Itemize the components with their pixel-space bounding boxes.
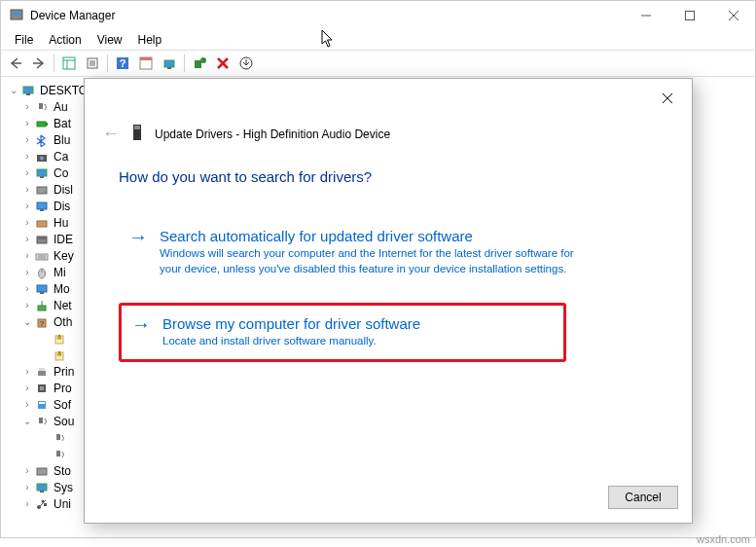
svg-rect-30: [46, 123, 48, 126]
window-title: Device Manager: [30, 9, 624, 22]
tree-item-label: Mo: [54, 282, 70, 296]
svg-rect-34: [40, 176, 44, 178]
svg-rect-64: [39, 402, 45, 404]
sound-icon: [52, 430, 67, 446]
option-search-auto[interactable]: → Search automatically for updated drive…: [119, 218, 644, 286]
svg-rect-67: [56, 451, 60, 456]
dialog-question: How do you want to search for drivers?: [119, 168, 372, 185]
tree-item-label: Ca: [54, 150, 68, 164]
option-title: Browse my computer for driver software: [162, 315, 420, 332]
svg-rect-74: [44, 503, 47, 506]
svg-rect-59: [38, 371, 46, 376]
option-desc: Locate and install driver software manua…: [162, 334, 420, 349]
svg-rect-39: [37, 221, 47, 227]
processor-icon: [34, 381, 50, 396]
svg-rect-66: [56, 434, 60, 440]
svg-rect-62: [40, 386, 44, 390]
svg-text:?: ?: [120, 57, 126, 69]
arrow-right-icon: →: [128, 228, 148, 276]
svg-point-36: [44, 191, 46, 193]
tree-item-label: Key: [54, 249, 74, 263]
option-title: Search automatically for updated driver …: [160, 228, 578, 244]
menu-action[interactable]: Action: [41, 31, 89, 49]
help-button[interactable]: ?: [112, 53, 133, 74]
svg-rect-38: [40, 209, 44, 211]
dialog-back-button[interactable]: ←: [102, 124, 120, 144]
menu-help[interactable]: Help: [130, 31, 170, 49]
menu-file[interactable]: File: [7, 31, 41, 49]
svg-rect-19: [164, 60, 174, 67]
update-drivers-dialog: ← Update Drivers - High Definition Audio…: [84, 78, 693, 524]
tb-icon-2[interactable]: [135, 53, 157, 74]
network-icon: [34, 298, 50, 313]
tree-item-label: Net: [54, 299, 72, 312]
svg-rect-26: [23, 87, 33, 93]
svg-rect-20: [167, 67, 171, 69]
tree-item-label: Sou: [54, 415, 74, 428]
option-browse-computer[interactable]: → Browse my computer for driver software…: [119, 303, 566, 362]
display-icon: [34, 199, 50, 214]
tree-item-label: Bat: [54, 117, 71, 130]
tree-item-label: Blu: [54, 133, 70, 147]
tree-item-label: Mi: [54, 266, 66, 279]
tree-root-label: DESKTO: [40, 84, 88, 97]
option-desc: Windows will search your computer and th…: [160, 246, 578, 276]
tree-item-label: Pro: [54, 382, 72, 395]
uninstall-button[interactable]: [212, 53, 234, 74]
dialog-device-icon: [129, 123, 145, 145]
tb-extra-button[interactable]: [235, 53, 257, 74]
svg-point-73: [42, 499, 45, 502]
svg-rect-65: [39, 418, 43, 423]
svg-rect-47: [37, 285, 47, 292]
watermark: wsxdn.com: [697, 533, 750, 545]
tree-item-label: Sof: [54, 398, 71, 412]
svg-rect-27: [26, 93, 30, 95]
scan-hardware-button[interactable]: [159, 53, 180, 74]
computer-icon: [34, 165, 50, 181]
tree-item-label: Disl: [54, 183, 73, 197]
svg-point-22: [200, 57, 206, 63]
svg-rect-60: [39, 368, 45, 371]
dialog-title: Update Drivers - High Definition Audio D…: [155, 128, 390, 141]
tree-item-label: Dis: [54, 200, 70, 213]
tree-item-label: Sys: [54, 481, 73, 494]
minimize-button[interactable]: [624, 1, 667, 30]
other-icon: ?: [34, 314, 50, 330]
dialog-close-button[interactable]: [653, 87, 682, 110]
tree-item-label: IDE: [54, 233, 73, 246]
tree-item-label: Sto: [54, 464, 71, 478]
cancel-button[interactable]: Cancel: [608, 486, 678, 509]
properties-button[interactable]: [82, 53, 103, 74]
svg-rect-69: [37, 484, 47, 491]
forward-button[interactable]: [28, 53, 50, 74]
svg-rect-37: [37, 202, 47, 209]
svg-rect-1: [13, 12, 20, 16]
software-icon: [34, 397, 50, 413]
menubar: File Action View Help: [1, 30, 755, 50]
svg-rect-35: [37, 187, 47, 194]
svg-rect-70: [40, 491, 44, 492]
svg-rect-28: [39, 103, 43, 109]
sound-icon: [52, 447, 67, 462]
menu-view[interactable]: View: [90, 31, 130, 49]
svg-rect-21: [195, 60, 201, 68]
svg-rect-42: [36, 254, 48, 260]
svg-rect-68: [37, 468, 47, 475]
usb-icon: [34, 496, 50, 512]
update-driver-button[interactable]: [189, 53, 210, 74]
tree-item-label: Hu: [54, 216, 68, 230]
battery-icon: [34, 116, 50, 131]
svg-rect-8: [63, 57, 75, 69]
svg-rect-33: [37, 169, 47, 176]
tree-item-label: Prin: [54, 365, 74, 379]
mouse-icon: [34, 265, 50, 280]
show-hide-tree-button[interactable]: [58, 53, 80, 74]
maximize-button[interactable]: [667, 1, 711, 30]
bluetooth-icon: [34, 132, 50, 148]
arrow-right-icon: →: [131, 315, 151, 349]
print-icon: [34, 364, 50, 380]
back-button[interactable]: [5, 53, 26, 74]
close-button[interactable]: [711, 1, 755, 30]
svg-point-32: [40, 156, 44, 160]
svg-text:?: ?: [40, 319, 45, 328]
